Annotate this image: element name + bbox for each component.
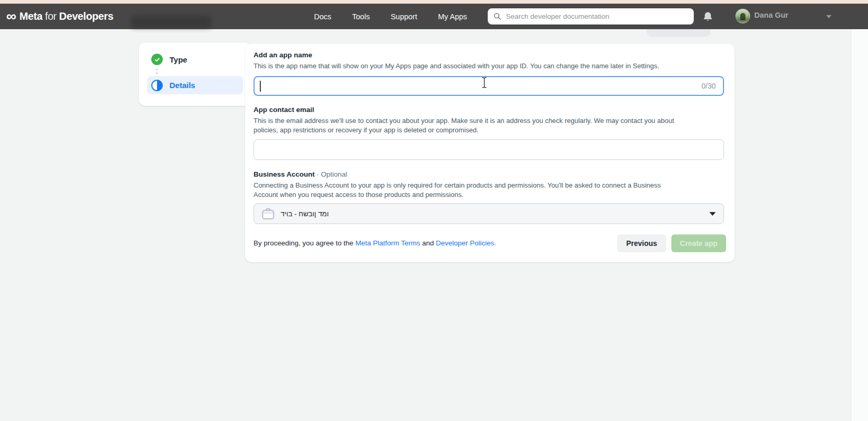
terms-agreement-text: By proceeding, you agree to the Meta Pla… (254, 239, 496, 247)
notifications-bell-icon[interactable] (702, 10, 714, 23)
nav-item-support[interactable]: Support (391, 13, 417, 21)
business-account-title: Business Account · Optional (254, 170, 347, 178)
step-connector-dot (156, 69, 158, 70)
app-name-description: This is the app name that will show on y… (254, 61, 659, 71)
logo-word-developers: Developers (59, 10, 113, 22)
create-app-button[interactable]: Create app (671, 234, 726, 252)
app-name-title: Add an app name (254, 51, 312, 59)
previous-button[interactable]: Previous (617, 234, 666, 252)
contact-email-description: This is the email address we'll use to c… (254, 116, 674, 134)
step-connector-dot (156, 72, 158, 74)
briefcase-icon (262, 208, 274, 220)
user-avatar[interactable] (736, 9, 750, 23)
app-name-input[interactable]: 0/30 (254, 76, 724, 96)
step-current-half-circle-icon (151, 80, 163, 91)
meta-for-developers-logo[interactable]: ∞ Meta for Developers (6, 4, 113, 29)
char-counter: 0/30 (702, 77, 716, 95)
nav-item-tools[interactable]: Tools (352, 13, 370, 21)
contact-email-title: App contact email (254, 106, 314, 114)
search-input[interactable] (506, 13, 688, 20)
business-account-select[interactable]: דיוב - חשבון דמו (254, 203, 724, 224)
business-account-selected-value: דיוב - חשבון דמו (281, 210, 329, 218)
nav-item-docs[interactable]: Docs (314, 13, 331, 21)
scrollbar-track[interactable] (851, 29, 868, 421)
developer-policies-link[interactable]: Developer Policies. (436, 239, 496, 247)
logo-word-meta: Meta (19, 10, 42, 22)
window-top-strip (0, 0, 868, 4)
step-type-label: Type (170, 55, 187, 64)
user-name[interactable]: Dana Gur (754, 11, 788, 19)
caret-down-icon (709, 212, 716, 216)
search-icon (493, 13, 501, 20)
step-complete-check-icon (151, 54, 163, 65)
contact-email-input[interactable] (254, 139, 724, 160)
business-account-description: Connecting a Business Account to your ap… (254, 181, 661, 199)
nav-item-my-apps[interactable]: My Apps (438, 13, 467, 21)
search-bar[interactable] (488, 8, 694, 24)
blurred-page-title (131, 16, 211, 28)
logo-word-for: for (45, 10, 56, 22)
header-nav: Docs Tools Support My Apps (314, 4, 467, 29)
chevron-down-icon[interactable] (826, 15, 831, 18)
step-details-label: Details (170, 81, 195, 90)
app-details-form-card: Add an app name This is the app name tha… (245, 44, 734, 262)
step-details[interactable]: Details (147, 76, 243, 94)
step-type[interactable]: Type (151, 54, 187, 65)
meta-infinity-icon: ∞ (6, 9, 16, 23)
i-beam-cursor-icon (481, 77, 487, 89)
text-caret (260, 81, 261, 92)
meta-platform-terms-link[interactable]: Meta Platform Terms (355, 239, 420, 247)
top-navigation-bar: ∞ Meta for Developers Docs Tools Support… (0, 4, 868, 29)
create-app-stepper: Type Details (139, 43, 251, 106)
